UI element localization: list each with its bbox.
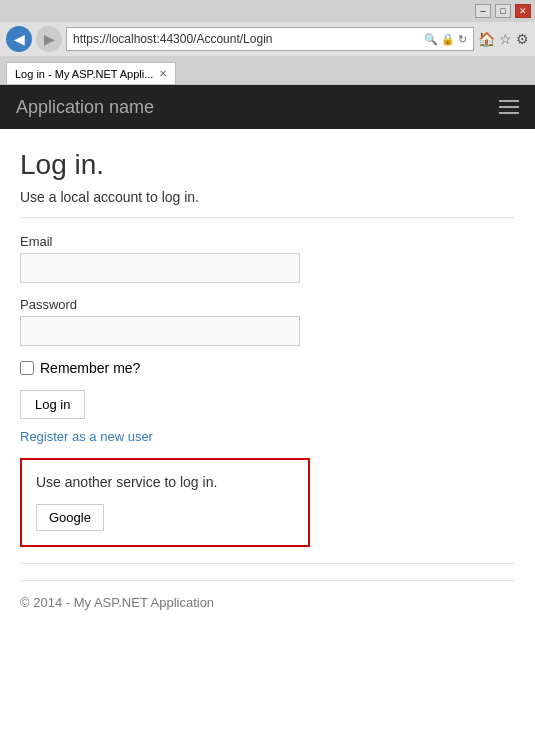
hamburger-line-3 [499,112,519,114]
page-title: Log in. [20,149,515,181]
divider-bottom [20,563,515,564]
address-bar-icons: 🔍 🔒 ↻ [424,33,467,46]
title-bar: – □ ✕ [0,0,535,22]
divider-top [20,217,515,218]
email-label: Email [20,234,515,249]
email-group: Email [20,234,515,283]
register-link[interactable]: Register as a new user [20,429,515,444]
refresh-icon: ↻ [458,33,467,46]
hamburger-menu[interactable] [499,100,519,114]
remember-me-row: Remember me? [20,360,515,376]
main-content: Log in. Use a local account to log in. E… [0,129,535,747]
remember-me-checkbox[interactable] [20,361,34,375]
maximize-button[interactable]: □ [495,4,511,18]
browser-toolbar-right: 🏠 ☆ ⚙ [478,31,529,47]
forward-button[interactable]: ▶ [36,26,62,52]
login-button[interactable]: Log in [20,390,85,419]
address-text: https://localhost:44300/Account/Login [73,32,272,46]
nav-bar: ◀ ▶ https://localhost:44300/Account/Logi… [0,22,535,56]
remember-me-label: Remember me? [40,360,140,376]
app-name: Application name [16,97,154,118]
page-subtitle: Use a local account to log in. [20,189,515,205]
star-icon[interactable]: ☆ [499,31,512,47]
browser-chrome: – □ ✕ ◀ ▶ https://localhost:44300/Accoun… [0,0,535,85]
tab-close-icon[interactable]: ✕ [159,68,167,79]
tab-label: Log in - My ASP.NET Appli... [15,68,153,80]
password-input[interactable] [20,316,300,346]
google-login-button[interactable]: Google [36,504,104,531]
lock-icon: 🔒 [441,33,455,46]
app-navbar: Application name [0,85,535,129]
password-group: Password [20,297,515,346]
address-bar[interactable]: https://localhost:44300/Account/Login 🔍 … [66,27,474,51]
email-input[interactable] [20,253,300,283]
external-login-section: Use another service to log in. Google [20,458,310,547]
minimize-button[interactable]: – [475,4,491,18]
hamburger-line-2 [499,106,519,108]
back-button[interactable]: ◀ [6,26,32,52]
search-icon: 🔍 [424,33,438,46]
hamburger-line-1 [499,100,519,102]
footer: © 2014 - My ASP.NET Application [20,580,515,610]
home-icon[interactable]: 🏠 [478,31,495,47]
gear-icon[interactable]: ⚙ [516,31,529,47]
tab-bar: Log in - My ASP.NET Appli... ✕ [0,56,535,84]
browser-tab[interactable]: Log in - My ASP.NET Appli... ✕ [6,62,176,84]
password-label: Password [20,297,515,312]
footer-text: © 2014 - My ASP.NET Application [20,595,214,610]
external-login-title: Use another service to log in. [36,474,294,490]
close-button[interactable]: ✕ [515,4,531,18]
